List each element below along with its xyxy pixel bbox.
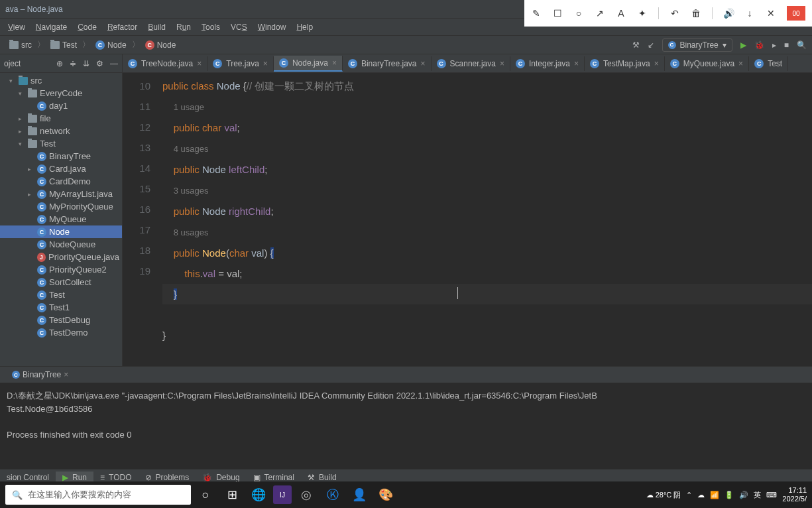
tab-integer[interactable]: CInteger.java×	[510, 56, 585, 71]
debug-icon[interactable]: 🐞	[754, 40, 764, 50]
play-icon[interactable]: ▶	[740, 40, 746, 50]
code-content[interactable]: public class Node {// 创建一颗二叉树的节点 1 usage…	[162, 73, 812, 366]
project-tree[interactable]: ▾src ▾EveryCode Cday1 ▸file ▸network ▾Te…	[0, 73, 122, 366]
stop-icon[interactable]: ■	[784, 40, 789, 50]
tab-treenode[interactable]: CTreeNode.java×	[123, 56, 207, 71]
record-badge[interactable]: 00	[787, 6, 805, 21]
tray-onedrive-icon[interactable]: ☁	[697, 491, 705, 499]
menu-build[interactable]: Build	[143, 20, 171, 34]
app-browser-icon[interactable]: 🌐	[247, 483, 270, 507]
close-icon[interactable]: ×	[64, 370, 68, 379]
tray-ime[interactable]: 英	[754, 490, 761, 500]
square-icon[interactable]: ☐	[552, 8, 563, 19]
tree-mypriorityqueue[interactable]: CMyPriorityQueue	[0, 200, 122, 213]
tree-file[interactable]: ▸file	[0, 112, 122, 125]
tab-tree[interactable]: CTree.java×	[207, 56, 274, 71]
app-paint-icon[interactable]: 🎨	[374, 483, 398, 507]
select-target-icon[interactable]: ⊕	[56, 59, 63, 68]
tree-node[interactable]: CNode	[0, 225, 122, 238]
back-arrow-icon[interactable]: ↙	[648, 40, 654, 50]
trash-icon[interactable]: 🗑	[691, 8, 701, 19]
tree-myqueue[interactable]: CMyQueue	[0, 213, 122, 225]
tab-test[interactable]: CTest	[749, 56, 788, 71]
undo-icon[interactable]: ↶	[669, 8, 680, 19]
tab-testmap[interactable]: CTestMap.java×	[585, 56, 665, 71]
magic-icon[interactable]: ✦	[637, 8, 648, 19]
tray-wifi-icon[interactable]: 📶	[710, 491, 719, 499]
hide-icon[interactable]: —	[110, 59, 118, 68]
tree-test[interactable]: CTest	[0, 288, 122, 301]
menu-help[interactable]: Help	[291, 20, 318, 34]
tray-volume-icon[interactable]: 🔊	[739, 491, 748, 499]
tree-testdebug[interactable]: CTestDebug	[0, 314, 122, 326]
menu-code[interactable]: Code	[72, 20, 102, 34]
breadcrumb-test[interactable]: Test	[46, 39, 81, 51]
tree-testdemo[interactable]: CTestDemo	[0, 326, 122, 339]
search-icon[interactable]: 🔍	[797, 40, 807, 50]
task-view-icon[interactable]: ⊞	[220, 483, 244, 507]
cortana-icon[interactable]: ○	[194, 483, 217, 507]
tray-battery-icon[interactable]: 🔋	[725, 491, 734, 499]
app-intellij-icon[interactable]: IJ	[273, 485, 292, 504]
circle-icon[interactable]: ○	[573, 8, 584, 19]
app-circle-icon[interactable]: ◎	[294, 483, 318, 507]
tab-myqueue[interactable]: CMyQueue.java×	[665, 56, 749, 71]
breadcrumb-package[interactable]: CNode	[91, 39, 131, 51]
breadcrumb-src[interactable]: src	[5, 39, 36, 51]
windows-taskbar: 🔍 在这里输入你要搜索的内容 ○ ⊞ 🌐 IJ ◎ Ⓚ 👤 🎨 ☁ 28°C 阴…	[0, 481, 812, 508]
close-overlay-icon[interactable]: ✕	[766, 8, 776, 19]
coverage-icon[interactable]: ▸	[772, 40, 776, 50]
tree-carddemo[interactable]: CCardDemo	[0, 175, 122, 188]
app-avatar-icon[interactable]: 👤	[347, 483, 371, 507]
tree-priorityqueue2[interactable]: CPriorityQueue2	[0, 263, 122, 276]
menu-run[interactable]: Run	[171, 20, 196, 34]
speaker-icon[interactable]: 🔊	[723, 8, 734, 19]
breadcrumb-class[interactable]: CNode	[141, 39, 180, 51]
tree-src[interactable]: ▾src	[0, 74, 122, 87]
run-config-select[interactable]: C BinaryTree ▾	[662, 38, 732, 52]
collapse-icon[interactable]: ⇊	[83, 59, 89, 68]
weather-widget[interactable]: ☁ 28°C 阴	[646, 490, 681, 500]
tree-everycode[interactable]: ▾EveryCode	[0, 87, 122, 99]
menu-view[interactable]: View	[3, 20, 30, 34]
tree-nodequeue[interactable]: CNodeQueue	[0, 238, 122, 251]
tree-test-folder[interactable]: ▾Test	[0, 137, 122, 150]
gear-icon[interactable]: ⚙	[96, 59, 103, 68]
search-icon: 🔍	[12, 490, 23, 500]
tree-priorityqueue[interactable]: JPriorityQueue.java	[0, 251, 122, 263]
tray-clock[interactable]: 17:11 2022/5/	[782, 486, 807, 503]
tree-network[interactable]: ▸network	[0, 125, 122, 137]
tree-sortcollect[interactable]: CSortCollect	[0, 276, 122, 288]
class-icon: C	[37, 101, 46, 111]
tab-scanner[interactable]: CScanner.java×	[432, 56, 510, 71]
close-icon[interactable]: ×	[197, 59, 202, 68]
tree-myarraylist[interactable]: ▸CMyArrayList.java	[0, 188, 122, 200]
share-icon[interactable]: ↓	[744, 8, 755, 19]
tree-binarytree[interactable]: CBinaryTree	[0, 150, 122, 162]
pencil-icon[interactable]: ✎	[531, 8, 542, 19]
tab-binarytree[interactable]: CBinaryTree.java×	[343, 56, 432, 71]
tray-chevron-icon[interactable]: ⌃	[686, 491, 692, 499]
code-editor[interactable]: 10 11 12 13 14 15 16 17 18 19 public cla…	[123, 73, 812, 366]
taskbar-search[interactable]: 🔍 在这里输入你要搜索的内容	[5, 485, 191, 505]
tree-day1[interactable]: Cday1	[0, 99, 122, 112]
expand-icon[interactable]: ≑	[70, 59, 76, 68]
run-panel: C BinaryTree × D:\奉献之星\JDK\bin\java.exe …	[0, 366, 812, 469]
menu-refactor[interactable]: Refactor	[102, 20, 143, 34]
tree-card[interactable]: ▸CCard.java	[0, 162, 122, 175]
tray-keyboard-icon[interactable]: ⌨	[766, 491, 777, 499]
menu-tools[interactable]: Tools	[196, 20, 225, 34]
output-line: Test.Node@1b6d3586	[7, 403, 805, 416]
menu-navigate[interactable]: Navigate	[30, 20, 72, 34]
menu-vcs[interactable]: VCS	[225, 20, 253, 34]
tree-test1[interactable]: CTest1	[0, 301, 122, 314]
run-tab-binarytree[interactable]: C BinaryTree ×	[7, 369, 74, 381]
menu-window[interactable]: Window	[253, 20, 292, 34]
arrow-icon[interactable]: ↗	[595, 8, 605, 19]
hammer-icon[interactable]: ⚒	[632, 40, 640, 50]
run-tab-bar: C BinaryTree ×	[0, 367, 812, 383]
app-kugou-icon[interactable]: Ⓚ	[321, 483, 345, 507]
tab-node[interactable]: CNode.java×	[274, 56, 343, 72]
run-output[interactable]: D:\奉献之星\JDK\bin\java.exe "-javaagent:C:\…	[0, 383, 812, 469]
text-icon[interactable]: A	[616, 8, 626, 19]
